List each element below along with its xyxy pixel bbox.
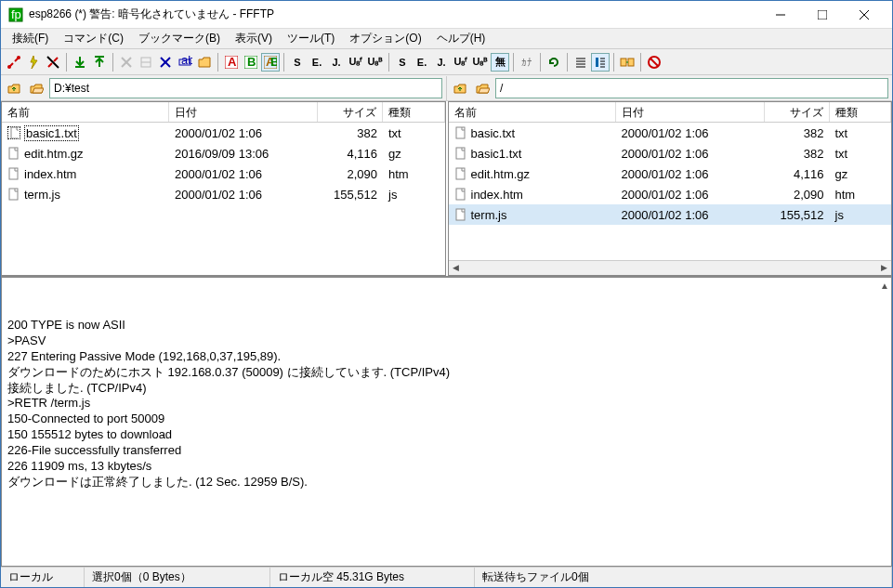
menu-tool[interactable]: ツール(T) [280, 29, 342, 48]
svg-point-6 [7, 65, 11, 69]
file-icon [454, 167, 467, 180]
remote-updir-icon[interactable] [451, 79, 469, 98]
host-jis-icon[interactable]: J. [327, 53, 346, 72]
abort-icon[interactable] [645, 53, 663, 72]
svg-line-38 [650, 59, 658, 66]
close-button[interactable] [843, 2, 885, 28]
file-size: 382 [318, 124, 383, 142]
remote-file-list[interactable]: basic.txt2000/01/02 1:06382txtbasic1.txt… [449, 123, 892, 260]
log-line: 227 Entering Passive Mode (192,168,0,37,… [7, 349, 886, 365]
host-utf8-icon[interactable]: U₈ᶠ [347, 53, 365, 72]
file-size: 155,512 [765, 206, 830, 224]
menu-option[interactable]: オプション(O) [342, 29, 428, 48]
file-date: 2000/01/02 1:06 [616, 165, 765, 183]
rename-icon[interactable]: ab [176, 53, 194, 72]
local-col-name[interactable]: 名前 [2, 102, 169, 122]
log-line: 150-Connected to port 50009 [7, 412, 886, 427]
kana-convert-icon[interactable]: ｶﾅ [518, 53, 536, 72]
sync-icon[interactable] [618, 53, 637, 72]
log-line: 226-File successfully transferred [7, 443, 886, 459]
mirror-upload-icon[interactable] [137, 53, 155, 72]
log-pane[interactable]: 200 TYPE is now ASII>PASV227 Entering Pa… [1, 278, 892, 567]
detail-icon[interactable] [591, 53, 610, 72]
status-queue: 転送待ちファイル0個 [475, 568, 892, 587]
svg-rect-36 [628, 59, 634, 66]
file-type: txt [383, 124, 445, 142]
file-row[interactable]: basic.txt2000/01/02 1:06382txt [449, 123, 892, 143]
svg-text:A: A [228, 56, 237, 69]
local-utf8bom-icon[interactable]: U₈ᴮ [471, 53, 490, 72]
auto-mode-icon[interactable]: AB [261, 53, 280, 72]
svg-rect-3 [818, 10, 827, 20]
svg-text:ab: ab [181, 55, 192, 67]
remote-open-icon[interactable] [473, 79, 492, 98]
menu-command[interactable]: コマンド(C) [56, 29, 131, 48]
local-open-icon[interactable] [27, 79, 46, 98]
no-kanji-icon[interactable]: 無 [491, 53, 509, 72]
local-jis-icon[interactable]: J. [432, 53, 451, 72]
file-row[interactable]: term.js2000/01/02 1:06155,512js [449, 204, 892, 225]
svg-text:B: B [270, 56, 277, 69]
binary-mode-icon[interactable]: B [242, 53, 260, 72]
host-utf8bom-icon[interactable]: U₈ᴮ [366, 53, 385, 72]
upload-icon[interactable] [90, 53, 109, 72]
scroll-right-icon[interactable]: ▶ [876, 261, 891, 274]
window-title: esp8266 (*) 警告: 暗号化されていません - FFFTP [29, 7, 759, 22]
remote-scrollbar[interactable]: ◀ ▶ [449, 260, 892, 275]
local-file-header: 名前 日付 サイズ 種類 [2, 102, 445, 123]
refresh-icon[interactable] [545, 53, 563, 72]
local-utf8-icon[interactable]: U₈ᶠ [452, 53, 470, 72]
svg-rect-35 [621, 59, 626, 66]
disconnect-icon[interactable] [44, 53, 62, 72]
maximize-button[interactable] [801, 2, 843, 28]
host-sjis-icon[interactable]: S [288, 53, 307, 72]
svg-rect-39 [11, 127, 19, 138]
menu-view[interactable]: 表示(V) [228, 29, 280, 48]
remote-col-type[interactable]: 種類 [830, 102, 892, 122]
remote-col-name[interactable]: 名前 [449, 102, 616, 122]
scroll-left-icon[interactable]: ◀ [449, 261, 464, 274]
menu-bookmark[interactable]: ブックマーク(B) [131, 29, 228, 48]
svg-rect-30 [596, 58, 598, 67]
file-size: 2,090 [765, 186, 830, 203]
file-row[interactable]: edit.htm.gz2000/01/02 1:064,116gz [449, 163, 892, 184]
remote-col-date[interactable]: 日付 [616, 102, 765, 122]
file-icon [7, 167, 20, 180]
mkdir-icon[interactable] [195, 53, 214, 72]
svg-rect-44 [456, 148, 465, 159]
log-line: >RETR /term.js [7, 396, 886, 412]
file-row[interactable]: basic1.txt2000/01/02 1:06382txt [449, 143, 892, 163]
mirror-download-icon[interactable] [117, 53, 136, 72]
minimize-button[interactable] [759, 2, 801, 28]
menu-help[interactable]: ヘルプ(H) [429, 29, 493, 48]
remote-col-size[interactable]: サイズ [765, 102, 830, 122]
quick-connect-icon[interactable] [24, 53, 43, 72]
host-euc-icon[interactable]: E. [308, 53, 326, 72]
file-row[interactable]: basic1.txt2000/01/02 1:06382txt [2, 123, 445, 143]
file-row[interactable]: edit.htm.gz2016/09/09 13:064,116gz [2, 143, 445, 163]
svg-point-7 [17, 56, 20, 59]
local-sjis-icon[interactable]: S [393, 53, 412, 72]
local-updir-icon[interactable] [5, 79, 23, 98]
local-file-list[interactable]: basic1.txt2000/01/02 1:06382txtedit.htm.… [2, 123, 445, 275]
file-name: basic1.txt [471, 147, 522, 161]
file-row[interactable]: index.htm2000/01/02 1:062,090htm [2, 163, 445, 184]
file-type: txt [830, 124, 892, 142]
svg-text:fp: fp [11, 7, 21, 21]
remote-path-input[interactable] [495, 78, 888, 98]
connect-icon[interactable] [5, 53, 23, 72]
download-icon[interactable] [71, 53, 89, 72]
local-col-date[interactable]: 日付 [169, 102, 318, 122]
file-row[interactable]: term.js2000/01/02 1:06155,512js [2, 184, 445, 204]
menu-connect[interactable]: 接続(F) [5, 29, 56, 48]
ascii-mode-icon[interactable]: A [222, 53, 241, 72]
local-path-input[interactable] [49, 78, 442, 98]
local-col-size[interactable]: サイズ [318, 102, 383, 122]
log-scroll-up-icon[interactable]: ▲ [880, 280, 889, 292]
local-col-type[interactable]: 種類 [383, 102, 445, 122]
local-euc-icon[interactable]: E. [413, 53, 431, 72]
file-icon [454, 208, 467, 221]
delete-icon[interactable] [156, 53, 175, 72]
list-icon[interactable] [571, 53, 590, 72]
file-row[interactable]: index.htm2000/01/02 1:062,090htm [449, 184, 892, 204]
